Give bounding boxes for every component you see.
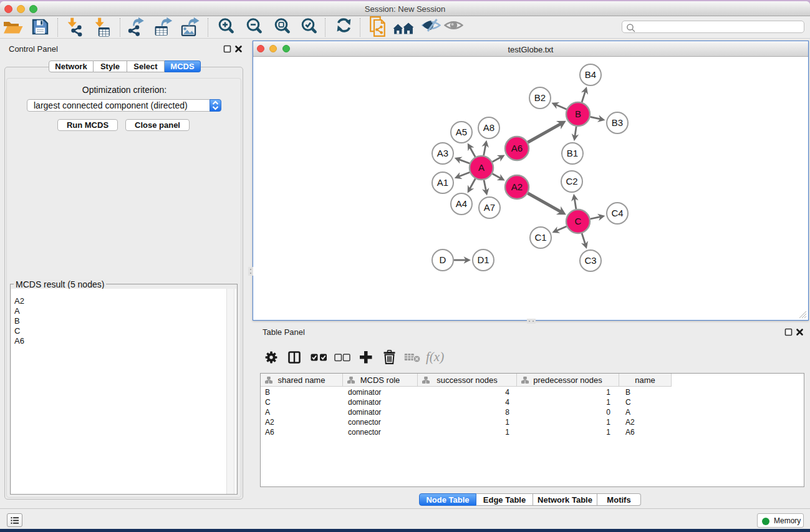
svg-text:B3: B3 [612, 117, 623, 128]
svg-text:C1: C1 [534, 232, 546, 243]
svg-text:A4: A4 [456, 198, 467, 209]
svg-text:C4: C4 [611, 208, 623, 218]
svg-text:A7: A7 [484, 202, 495, 213]
svg-text:A5: A5 [456, 127, 467, 137]
svg-text:C3: C3 [584, 255, 596, 266]
svg-text:B1: B1 [567, 148, 578, 158]
svg-text:A1: A1 [437, 177, 448, 188]
svg-text:C2: C2 [566, 176, 577, 186]
svg-text:A: A [478, 162, 485, 173]
svg-text:B2: B2 [534, 92, 546, 103]
svg-text:A3: A3 [437, 148, 448, 158]
svg-text:D: D [440, 254, 446, 265]
svg-text:B: B [575, 109, 581, 119]
svg-text:C: C [575, 216, 582, 226]
svg-text:A2: A2 [511, 181, 523, 192]
svg-text:A6: A6 [511, 143, 523, 153]
svg-text:D1: D1 [477, 254, 489, 265]
svg-text:B4: B4 [585, 69, 596, 80]
svg-text:A8: A8 [483, 122, 494, 133]
